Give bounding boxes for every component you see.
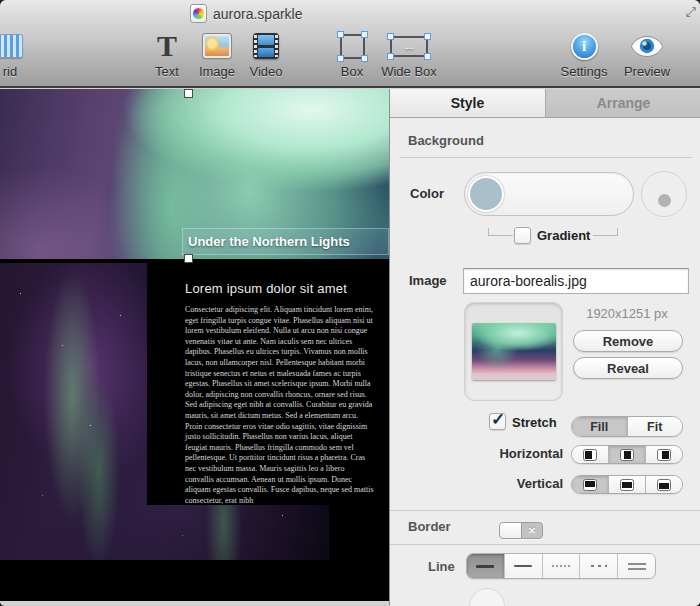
line-style-segmented-control <box>466 553 656 579</box>
toolbar-label-box: Box <box>341 64 363 79</box>
segment-align-left[interactable] <box>572 446 608 463</box>
video-tool-icon <box>253 33 279 59</box>
double-line-icon <box>628 563 646 570</box>
gradient-checkbox[interactable] <box>514 227 531 244</box>
article-section[interactable]: Lorem ipsum dolor sit amet Consectetur a… <box>0 263 389 560</box>
box-tool-icon <box>340 34 365 59</box>
editor-canvas: Under the Northern Lights Lorem ipsum do… <box>0 89 389 606</box>
border-section-header: Border <box>408 519 451 534</box>
gradient-label: Gradient <box>537 228 590 243</box>
divider <box>400 157 692 158</box>
dashed-line-icon <box>552 565 570 567</box>
grid-icon <box>0 34 23 58</box>
color-picker-button[interactable] <box>641 171 687 217</box>
segment-align-right[interactable] <box>645 446 682 463</box>
selection-handle-bottom[interactable] <box>184 254 193 263</box>
toolbar-label-settings: Settings <box>561 64 608 79</box>
toolbar-label-preview: Preview <box>624 64 670 79</box>
toolbar-button-video[interactable]: Video <box>238 30 294 79</box>
article-text-block[interactable]: Lorem ipsum dolor sit amet Consectetur a… <box>147 263 389 505</box>
segment-align-bottom[interactable] <box>645 476 682 493</box>
segment-align-top[interactable] <box>572 476 608 493</box>
toolbar-label-text: Text <box>155 64 179 79</box>
align-top-icon <box>583 479 597 491</box>
fill-fit-segmented-control: Fill Fit <box>571 416 683 437</box>
color-label: Color <box>410 186 444 201</box>
preview-eye-icon <box>631 36 663 57</box>
titlebar[interactable]: aurora.sparkle ⤢ <box>0 0 700 28</box>
segment-fill[interactable]: Fill <box>572 417 627 436</box>
segment-line-dotted[interactable] <box>579 554 617 578</box>
image-label: Image <box>409 273 447 288</box>
toolbar-label-image: Image <box>199 64 235 79</box>
selection-handle-top[interactable] <box>184 89 193 98</box>
image-thumbnail-well[interactable] <box>464 302 563 401</box>
image-dimensions: 1920x1251 px <box>571 306 683 321</box>
article-heading: Lorem ipsum dolor sit amet <box>185 281 347 296</box>
color-picker-dot <box>658 194 671 207</box>
segment-align-center[interactable] <box>608 446 645 463</box>
line-label: Line <box>428 559 455 574</box>
segment-line-double[interactable] <box>617 554 655 578</box>
solid-line-icon <box>514 565 532 568</box>
resize-arrows-icon[interactable]: ⤢ <box>686 4 696 20</box>
segment-line-dashed[interactable] <box>542 554 580 578</box>
color-swatch[interactable] <box>468 176 504 212</box>
toolbar-button-wide-box[interactable]: ↔ Wide Box <box>376 30 442 79</box>
reveal-button[interactable]: Reveal <box>573 357 683 379</box>
image-filename-input[interactable] <box>463 268 689 294</box>
border-toggle-switch[interactable]: ✕ <box>499 522 543 539</box>
align-middle-icon <box>620 479 634 491</box>
gradient-connector-left <box>488 228 513 236</box>
border-color-well[interactable] <box>469 588 505 606</box>
toolbar-button-text[interactable]: T Text <box>139 30 195 79</box>
page-background[interactable]: Under the Northern Lights Lorem ipsum do… <box>0 89 389 601</box>
toolbar-button-preview[interactable]: Preview <box>614 30 680 79</box>
vertical-label: Vertical <box>476 476 563 491</box>
align-right-icon <box>657 449 671 461</box>
background-section-header: Background <box>408 133 484 148</box>
stretch-label: Stretch <box>512 415 557 430</box>
background-color-well[interactable] <box>464 172 634 216</box>
toolbar-button-grid[interactable]: rid <box>0 30 34 79</box>
app-document-icon <box>190 4 207 23</box>
wide-box-tool-icon: ↔ <box>390 36 428 57</box>
toolbar-button-image[interactable]: Image <box>189 30 245 79</box>
dotted-line-icon <box>591 565 607 568</box>
article-body: Consectetur adipiscing elit. Aliquam tin… <box>185 305 375 506</box>
toolbar-label-wide-box: Wide Box <box>381 64 437 79</box>
segment-align-middle[interactable] <box>608 476 645 493</box>
app-window: aurora.sparkle ⤢ rid T Text Image Video <box>0 0 700 606</box>
segment-line-solid[interactable] <box>504 554 542 578</box>
window-title: aurora.sparkle <box>213 6 303 22</box>
align-bottom-icon <box>657 479 671 491</box>
remove-button[interactable]: Remove <box>573 330 683 352</box>
image-thumbnail <box>472 323 556 380</box>
hero-title-text-element[interactable]: Under the Northern Lights <box>182 228 389 255</box>
hero-image-section[interactable]: Under the Northern Lights <box>0 89 389 259</box>
horizontal-label: Horizontal <box>476 446 563 461</box>
divider <box>390 544 700 545</box>
stretch-checkbox[interactable]: ✓ <box>489 413 506 430</box>
divider <box>390 510 700 511</box>
toggle-knob <box>500 523 522 538</box>
toolbar-label-video: Video <box>249 64 282 79</box>
vertical-align-segmented-control <box>571 475 683 494</box>
gradient-connector-right <box>593 228 618 236</box>
image-tool-icon <box>203 34 231 58</box>
hero-title: Under the Northern Lights <box>183 234 350 249</box>
segment-line-thick[interactable] <box>467 554 504 578</box>
window-chrome: aurora.sparkle ⤢ rid T Text Image Video <box>0 0 700 88</box>
stars-decoration <box>0 263 1 264</box>
segment-fit[interactable]: Fit <box>627 417 683 436</box>
thick-line-icon <box>476 565 494 568</box>
toolbar-button-settings[interactable]: i Settings <box>551 30 617 79</box>
tab-arrange[interactable]: Arrange <box>545 89 700 117</box>
align-left-icon <box>583 449 597 461</box>
toolbar-button-box[interactable]: Box <box>324 30 380 79</box>
horizontal-align-segmented-control <box>571 445 683 464</box>
inspector-panel: Style Arrange Background Color Gradient … <box>389 89 700 606</box>
toolbar-label-grid: rid <box>3 64 17 79</box>
tab-style[interactable]: Style <box>390 89 545 117</box>
settings-info-icon: i <box>571 33 598 60</box>
